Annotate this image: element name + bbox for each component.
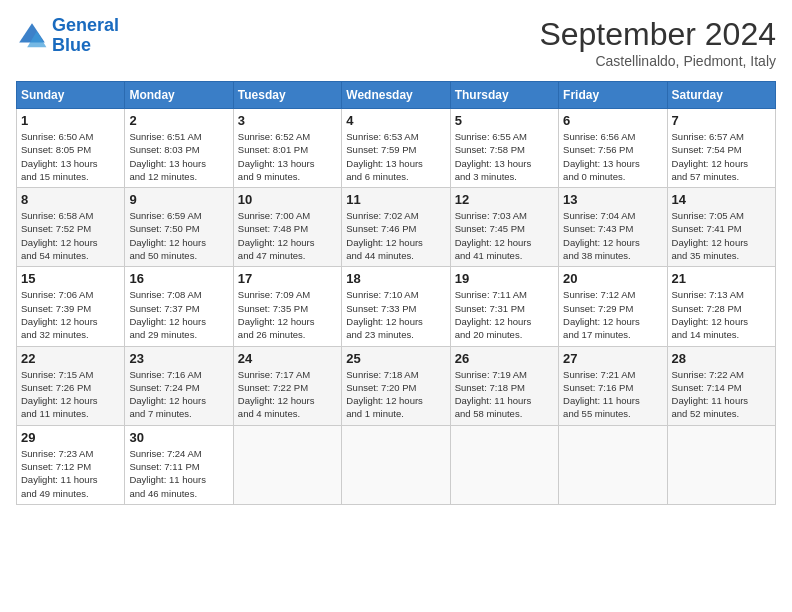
- day-info: Sunrise: 6:52 AMSunset: 8:01 PMDaylight:…: [238, 130, 337, 183]
- day-number: 30: [129, 430, 228, 445]
- day-number: 13: [563, 192, 662, 207]
- logo-line2: Blue: [52, 35, 91, 55]
- day-info: Sunrise: 7:13 AMSunset: 7:28 PMDaylight:…: [672, 288, 771, 341]
- day-info: Sunrise: 7:15 AMSunset: 7:26 PMDaylight:…: [21, 368, 120, 421]
- header-day: Sunday: [17, 82, 125, 109]
- day-info: Sunrise: 7:10 AMSunset: 7:33 PMDaylight:…: [346, 288, 445, 341]
- subtitle: Castellinaldo, Piedmont, Italy: [539, 53, 776, 69]
- day-info: Sunrise: 6:56 AMSunset: 7:56 PMDaylight:…: [563, 130, 662, 183]
- day-info: Sunrise: 7:09 AMSunset: 7:35 PMDaylight:…: [238, 288, 337, 341]
- calendar-cell: [450, 425, 558, 504]
- day-number: 25: [346, 351, 445, 366]
- header-day: Tuesday: [233, 82, 341, 109]
- day-info: Sunrise: 7:04 AMSunset: 7:43 PMDaylight:…: [563, 209, 662, 262]
- day-number: 1: [21, 113, 120, 128]
- day-number: 24: [238, 351, 337, 366]
- calendar-cell: 20Sunrise: 7:12 AMSunset: 7:29 PMDayligh…: [559, 267, 667, 346]
- day-number: 20: [563, 271, 662, 286]
- calendar-header: SundayMondayTuesdayWednesdayThursdayFrid…: [17, 82, 776, 109]
- day-info: Sunrise: 7:22 AMSunset: 7:14 PMDaylight:…: [672, 368, 771, 421]
- day-number: 4: [346, 113, 445, 128]
- header-day: Saturday: [667, 82, 775, 109]
- calendar-cell: 6Sunrise: 6:56 AMSunset: 7:56 PMDaylight…: [559, 109, 667, 188]
- day-number: 26: [455, 351, 554, 366]
- calendar-cell: 26Sunrise: 7:19 AMSunset: 7:18 PMDayligh…: [450, 346, 558, 425]
- day-number: 5: [455, 113, 554, 128]
- calendar-cell: 3Sunrise: 6:52 AMSunset: 8:01 PMDaylight…: [233, 109, 341, 188]
- calendar-week-row: 22Sunrise: 7:15 AMSunset: 7:26 PMDayligh…: [17, 346, 776, 425]
- day-number: 8: [21, 192, 120, 207]
- calendar-cell: 5Sunrise: 6:55 AMSunset: 7:58 PMDaylight…: [450, 109, 558, 188]
- day-info: Sunrise: 7:18 AMSunset: 7:20 PMDaylight:…: [346, 368, 445, 421]
- day-info: Sunrise: 7:21 AMSunset: 7:16 PMDaylight:…: [563, 368, 662, 421]
- day-number: 19: [455, 271, 554, 286]
- day-number: 10: [238, 192, 337, 207]
- day-number: 7: [672, 113, 771, 128]
- day-info: Sunrise: 7:23 AMSunset: 7:12 PMDaylight:…: [21, 447, 120, 500]
- header-row: SundayMondayTuesdayWednesdayThursdayFrid…: [17, 82, 776, 109]
- calendar-cell: [559, 425, 667, 504]
- day-number: 17: [238, 271, 337, 286]
- day-info: Sunrise: 7:16 AMSunset: 7:24 PMDaylight:…: [129, 368, 228, 421]
- calendar-body: 1Sunrise: 6:50 AMSunset: 8:05 PMDaylight…: [17, 109, 776, 505]
- header: General Blue September 2024 Castellinald…: [16, 16, 776, 69]
- month-title: September 2024: [539, 16, 776, 53]
- calendar-cell: 8Sunrise: 6:58 AMSunset: 7:52 PMDaylight…: [17, 188, 125, 267]
- calendar-cell: [342, 425, 450, 504]
- calendar-cell: 30Sunrise: 7:24 AMSunset: 7:11 PMDayligh…: [125, 425, 233, 504]
- day-number: 29: [21, 430, 120, 445]
- day-info: Sunrise: 7:06 AMSunset: 7:39 PMDaylight:…: [21, 288, 120, 341]
- calendar-cell: 14Sunrise: 7:05 AMSunset: 7:41 PMDayligh…: [667, 188, 775, 267]
- day-info: Sunrise: 7:05 AMSunset: 7:41 PMDaylight:…: [672, 209, 771, 262]
- header-day: Thursday: [450, 82, 558, 109]
- day-info: Sunrise: 6:51 AMSunset: 8:03 PMDaylight:…: [129, 130, 228, 183]
- day-info: Sunrise: 6:53 AMSunset: 7:59 PMDaylight:…: [346, 130, 445, 183]
- calendar-cell: 16Sunrise: 7:08 AMSunset: 7:37 PMDayligh…: [125, 267, 233, 346]
- day-number: 15: [21, 271, 120, 286]
- calendar-table: SundayMondayTuesdayWednesdayThursdayFrid…: [16, 81, 776, 505]
- day-info: Sunrise: 7:24 AMSunset: 7:11 PMDaylight:…: [129, 447, 228, 500]
- day-info: Sunrise: 7:12 AMSunset: 7:29 PMDaylight:…: [563, 288, 662, 341]
- calendar-cell: [667, 425, 775, 504]
- calendar-week-row: 29Sunrise: 7:23 AMSunset: 7:12 PMDayligh…: [17, 425, 776, 504]
- title-area: September 2024 Castellinaldo, Piedmont, …: [539, 16, 776, 69]
- header-day: Wednesday: [342, 82, 450, 109]
- calendar-cell: 2Sunrise: 6:51 AMSunset: 8:03 PMDaylight…: [125, 109, 233, 188]
- calendar-cell: 15Sunrise: 7:06 AMSunset: 7:39 PMDayligh…: [17, 267, 125, 346]
- day-number: 12: [455, 192, 554, 207]
- calendar-cell: 24Sunrise: 7:17 AMSunset: 7:22 PMDayligh…: [233, 346, 341, 425]
- logo-icon: [16, 20, 48, 52]
- day-info: Sunrise: 7:03 AMSunset: 7:45 PMDaylight:…: [455, 209, 554, 262]
- calendar-cell: 11Sunrise: 7:02 AMSunset: 7:46 PMDayligh…: [342, 188, 450, 267]
- logo: General Blue: [16, 16, 119, 56]
- day-number: 3: [238, 113, 337, 128]
- calendar-cell: 23Sunrise: 7:16 AMSunset: 7:24 PMDayligh…: [125, 346, 233, 425]
- day-number: 22: [21, 351, 120, 366]
- calendar-cell: 21Sunrise: 7:13 AMSunset: 7:28 PMDayligh…: [667, 267, 775, 346]
- calendar-cell: 1Sunrise: 6:50 AMSunset: 8:05 PMDaylight…: [17, 109, 125, 188]
- day-number: 16: [129, 271, 228, 286]
- calendar-cell: 27Sunrise: 7:21 AMSunset: 7:16 PMDayligh…: [559, 346, 667, 425]
- header-day: Monday: [125, 82, 233, 109]
- calendar-cell: 12Sunrise: 7:03 AMSunset: 7:45 PMDayligh…: [450, 188, 558, 267]
- day-number: 21: [672, 271, 771, 286]
- day-info: Sunrise: 6:58 AMSunset: 7:52 PMDaylight:…: [21, 209, 120, 262]
- day-number: 9: [129, 192, 228, 207]
- calendar-cell: 7Sunrise: 6:57 AMSunset: 7:54 PMDaylight…: [667, 109, 775, 188]
- day-number: 28: [672, 351, 771, 366]
- calendar-cell: 17Sunrise: 7:09 AMSunset: 7:35 PMDayligh…: [233, 267, 341, 346]
- day-number: 18: [346, 271, 445, 286]
- calendar-week-row: 1Sunrise: 6:50 AMSunset: 8:05 PMDaylight…: [17, 109, 776, 188]
- day-number: 6: [563, 113, 662, 128]
- calendar-cell: 13Sunrise: 7:04 AMSunset: 7:43 PMDayligh…: [559, 188, 667, 267]
- day-number: 14: [672, 192, 771, 207]
- calendar-cell: 4Sunrise: 6:53 AMSunset: 7:59 PMDaylight…: [342, 109, 450, 188]
- day-info: Sunrise: 6:57 AMSunset: 7:54 PMDaylight:…: [672, 130, 771, 183]
- calendar-cell: 10Sunrise: 7:00 AMSunset: 7:48 PMDayligh…: [233, 188, 341, 267]
- day-info: Sunrise: 7:02 AMSunset: 7:46 PMDaylight:…: [346, 209, 445, 262]
- calendar-cell: 25Sunrise: 7:18 AMSunset: 7:20 PMDayligh…: [342, 346, 450, 425]
- logo-line1: General: [52, 15, 119, 35]
- calendar-cell: 18Sunrise: 7:10 AMSunset: 7:33 PMDayligh…: [342, 267, 450, 346]
- day-info: Sunrise: 6:50 AMSunset: 8:05 PMDaylight:…: [21, 130, 120, 183]
- day-info: Sunrise: 7:11 AMSunset: 7:31 PMDaylight:…: [455, 288, 554, 341]
